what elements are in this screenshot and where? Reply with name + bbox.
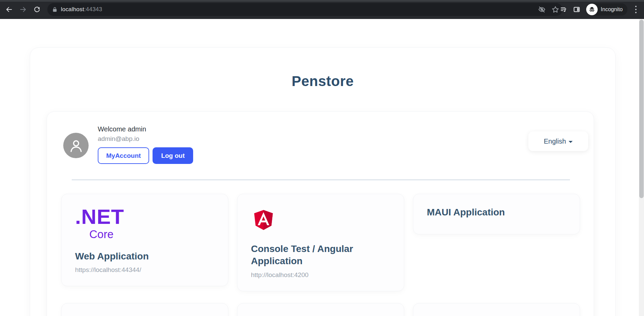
app-card-web-application[interactable]: .NET Core Web Application https://localh… bbox=[61, 194, 228, 286]
window-top-edge bbox=[0, 0, 644, 2]
url-text: localhost:44343 bbox=[61, 6, 102, 13]
app-title: Web Application bbox=[75, 250, 210, 262]
app-card-maui-blazor-application[interactable]: MAUI Blazor Application bbox=[61, 303, 228, 316]
content-card: Welcome admin admin@abp.io MyAccount Log… bbox=[47, 111, 594, 316]
app-card-hidden[interactable] bbox=[237, 303, 404, 316]
scrollbar-track[interactable] bbox=[639, 19, 644, 316]
page-title: Penstore bbox=[30, 73, 615, 89]
app-card-android[interactable] bbox=[413, 303, 580, 316]
incognito-icon bbox=[586, 4, 598, 15]
scrollbar-thumb[interactable] bbox=[639, 20, 644, 198]
arrow-left-icon bbox=[5, 6, 13, 13]
side-panel-icon bbox=[573, 6, 580, 13]
incognito-profile-badge[interactable]: Incognito bbox=[586, 3, 627, 16]
main-container: Penstore Welcome admin admin@abp.io MyAc… bbox=[30, 47, 616, 316]
dotnet-logo-text: .NET bbox=[75, 206, 214, 227]
page-body: Penstore Welcome admin admin@abp.io MyAc… bbox=[0, 19, 639, 316]
browser-toolbar: localhost:44343 Incognito bbox=[0, 0, 644, 19]
chevron-down-icon bbox=[569, 141, 573, 143]
dotnet-core-text: Core bbox=[89, 228, 214, 241]
app-url: https://localhost:44344/ bbox=[75, 266, 214, 274]
lock-icon[interactable] bbox=[52, 7, 58, 12]
dot bbox=[635, 12, 637, 13]
browser-menu-button[interactable] bbox=[631, 6, 641, 13]
user-email: admin@abp.io bbox=[98, 135, 193, 143]
dotnet-core-logo: .NET Core bbox=[75, 206, 214, 241]
user-panel: Welcome admin admin@abp.io MyAccount Log… bbox=[98, 125, 193, 164]
dot bbox=[635, 9, 637, 10]
back-button[interactable] bbox=[3, 3, 16, 16]
app-title: Console Test / Angular Application bbox=[251, 243, 386, 268]
incognito-label: Incognito bbox=[601, 6, 623, 13]
address-bar[interactable]: localhost:44343 bbox=[47, 3, 562, 16]
arrow-right-icon bbox=[19, 6, 27, 13]
welcome-text: Welcome admin bbox=[98, 125, 193, 133]
reload-button[interactable] bbox=[30, 3, 43, 16]
log-out-button[interactable]: Log out bbox=[153, 147, 193, 164]
url-port: :44343 bbox=[84, 6, 102, 13]
app-card-angular-application[interactable]: Console Test / Angular Application http:… bbox=[237, 194, 404, 291]
dot bbox=[635, 6, 637, 7]
app-url: http://localhost:4200 bbox=[251, 271, 390, 279]
url-host: localhost bbox=[61, 6, 84, 13]
media-controls-button[interactable] bbox=[557, 3, 570, 16]
eye-slash-icon[interactable] bbox=[538, 6, 546, 13]
app-title: MAUI Application bbox=[427, 206, 562, 218]
apps-grid: .NET Core Web Application https://localh… bbox=[61, 194, 580, 316]
reload-icon bbox=[33, 6, 40, 13]
playlist-music-icon bbox=[560, 6, 568, 13]
my-account-button[interactable]: MyAccount bbox=[98, 147, 149, 164]
language-dropdown[interactable]: English bbox=[528, 131, 588, 151]
person-icon bbox=[68, 138, 84, 154]
angular-logo bbox=[251, 206, 276, 233]
forward-button[interactable] bbox=[17, 3, 29, 16]
avatar bbox=[63, 133, 89, 158]
language-value: English bbox=[544, 138, 566, 145]
side-panel-button[interactable] bbox=[570, 3, 583, 16]
divider bbox=[72, 180, 570, 180]
app-card-maui-application[interactable]: MAUI Application bbox=[413, 194, 580, 234]
